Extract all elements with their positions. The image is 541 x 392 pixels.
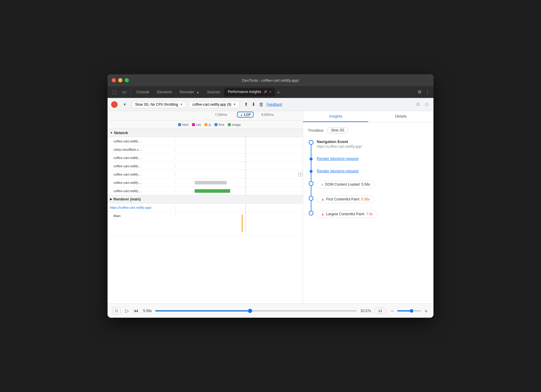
network-row-7[interactable]: coffee-cart.netlify… bbox=[108, 187, 303, 195]
main-row[interactable]: Main bbox=[108, 212, 303, 235]
tab-details[interactable]: Details bbox=[368, 111, 433, 122]
throttled-value: Slow 3G bbox=[327, 127, 348, 134]
renderer-section-header[interactable]: ▶ Renderer (main) bbox=[108, 195, 303, 203]
target-dropdown-arrow-icon: ▼ bbox=[233, 103, 236, 106]
lcp-label: LCP bbox=[244, 113, 251, 116]
network-row-6[interactable]: coffee-cart.netlify… bbox=[108, 179, 303, 187]
close-button[interactable] bbox=[112, 78, 116, 82]
zoom-slider-thumb[interactable] bbox=[410, 309, 413, 313]
network-section-header[interactable]: ▼ Network bbox=[108, 129, 303, 137]
screenshot-icon[interactable]: ⊡ bbox=[112, 307, 121, 314]
network-bar-area-2 bbox=[176, 145, 303, 153]
main-bar-area bbox=[176, 212, 303, 235]
timeline-ruler: 7,200ms 8,000ms ▲ LCP bbox=[108, 111, 303, 121]
ruler-mark-7200: 7,200ms bbox=[215, 113, 227, 116]
performance-close-icon[interactable]: ✕ bbox=[269, 90, 271, 94]
record-dropdown-arrow[interactable]: ▼ bbox=[121, 101, 129, 108]
timeline-vertical-line bbox=[311, 142, 311, 215]
maximize-button[interactable] bbox=[125, 78, 129, 82]
traffic-lights bbox=[112, 78, 129, 82]
insights-panel: Insights Details Throttled: Slow 3G bbox=[303, 111, 433, 303]
record-button[interactable] bbox=[111, 101, 118, 108]
fcp-event-dot bbox=[309, 196, 313, 201]
legend-js-label: js bbox=[209, 123, 211, 126]
target-dropdown[interactable]: coffee-cart.netlify.app (9) ▼ bbox=[189, 101, 239, 108]
dashed-line-4 bbox=[246, 162, 246, 170]
dashed-line-2 bbox=[246, 145, 246, 153]
network-row-3[interactable]: coffee-cart.netlify… bbox=[108, 154, 303, 162]
minimize-button[interactable] bbox=[118, 78, 122, 82]
dom-content-box: ○ DOM Content Loaded 5.56s bbox=[317, 181, 374, 188]
network-label-5: coffee-cart.netlify… bbox=[108, 173, 176, 176]
playback-fill bbox=[155, 310, 250, 311]
tab-performance[interactable]: Performance insights 📌 ✕ bbox=[224, 88, 275, 96]
legend-js: js bbox=[204, 123, 211, 126]
dom-event-dot bbox=[309, 181, 313, 186]
lcp-time: 7.6s bbox=[366, 212, 373, 216]
time-end: 10.57s bbox=[360, 309, 371, 313]
insights-content: Throttled: Slow 3G Navigation Event http… bbox=[303, 122, 433, 303]
legend-html: html bbox=[178, 123, 188, 126]
playback-thumb[interactable] bbox=[248, 309, 252, 313]
main-bar-yellow bbox=[242, 215, 243, 232]
tab-insights[interactable]: Insights bbox=[303, 111, 368, 122]
upload-icon[interactable]: ⬆ bbox=[244, 101, 249, 108]
network-row-2[interactable]: cdnjs.cloudflare.c… bbox=[108, 145, 303, 154]
render-blocking-link-2[interactable]: Render blocking request bbox=[317, 169, 358, 173]
window-title: DevTools - coffee-cart.netlify.app/ bbox=[242, 78, 299, 83]
skip-start-button[interactable]: ⏮ bbox=[132, 308, 140, 314]
event-render-blocking-1: Render blocking request bbox=[317, 156, 429, 161]
ruler-mark-8000: 8,000ms bbox=[261, 113, 274, 116]
tab-recorder[interactable]: Recorder ▲ bbox=[176, 88, 203, 96]
network-bar-area-1 bbox=[176, 137, 303, 145]
more-tabs-icon[interactable]: » bbox=[276, 89, 281, 96]
network-label-3: coffee-cart.netlify… bbox=[108, 156, 176, 160]
zoom-slider-track[interactable] bbox=[397, 310, 421, 311]
lcp-event-label: Largest Contentful Paint bbox=[326, 212, 364, 216]
event-dom-content: ○ DOM Content Loaded 5.56s bbox=[317, 181, 429, 188]
nav-event-title: Navigation Event bbox=[317, 139, 429, 144]
lcp-warning-icon: ▲ bbox=[321, 212, 324, 216]
trash-icon[interactable]: 🗑 bbox=[258, 101, 264, 108]
network-row-5[interactable]: coffee-cart.netlify… › bbox=[108, 170, 303, 179]
render-blocking-link-1[interactable]: Render blocking request bbox=[317, 156, 358, 161]
renderer-url: https://coffee-cart.netlify.app/ bbox=[108, 206, 176, 209]
tab-sources[interactable]: Sources bbox=[204, 88, 224, 96]
devtools-window: DevTools - coffee-cart.netlify.app/ ⬚ ▭ … bbox=[108, 74, 433, 318]
inspect-icon[interactable]: ⬚ bbox=[110, 88, 119, 96]
tab-bar: ⬚ ▭ Console Elements Recorder ▲ Sources … bbox=[108, 86, 433, 98]
device-icon[interactable]: ▭ bbox=[120, 88, 129, 96]
tab-console[interactable]: Console bbox=[133, 88, 153, 96]
fcp-warning-icon: ▲ bbox=[321, 197, 324, 201]
fcp-label: First Contentful Paint bbox=[326, 197, 359, 201]
renderer-bar-area bbox=[176, 203, 303, 211]
network-row-1[interactable]: coffee-cart.netlify… bbox=[108, 137, 303, 145]
zoom-out-icon[interactable]: － bbox=[390, 307, 395, 314]
dom-content-time: 5.56s bbox=[361, 182, 370, 187]
renderer-url-row[interactable]: https://coffee-cart.netlify.app/ bbox=[108, 203, 303, 212]
zoom-slider-fill bbox=[397, 310, 412, 311]
expand-chevron-icon[interactable]: › bbox=[298, 172, 303, 177]
playback-slider[interactable] bbox=[155, 310, 357, 311]
more-options-icon[interactable]: ⋮ bbox=[424, 88, 431, 96]
font-color-dot bbox=[215, 123, 217, 126]
network-bar-area-5: › bbox=[176, 170, 303, 178]
legend-image-label: image bbox=[232, 123, 241, 126]
speed-control[interactable]: x1 bbox=[374, 308, 386, 314]
network-label-2: cdnjs.cloudflare.c… bbox=[108, 148, 176, 151]
settings-icon[interactable]: ⚙ bbox=[416, 88, 423, 96]
download-icon[interactable]: ⬇ bbox=[251, 101, 256, 108]
network-throttle-dropdown[interactable]: Slow 3G, No CPU throttling ▼ bbox=[132, 101, 186, 108]
network-label-7: coffee-cart.netlify… bbox=[108, 189, 176, 193]
settings-gear-icon[interactable]: ⚙ bbox=[415, 100, 421, 108]
feedback-button[interactable]: Feedback bbox=[267, 102, 282, 107]
play-button[interactable]: ▷ bbox=[124, 307, 130, 314]
network-row-4[interactable]: coffee-cart.netlify… bbox=[108, 162, 303, 170]
image-color-dot bbox=[228, 123, 231, 126]
zoom-in-icon[interactable]: ＋ bbox=[423, 307, 429, 314]
close-panel-icon[interactable]: ⊙ bbox=[424, 100, 430, 108]
tab-elements[interactable]: Elements bbox=[153, 88, 175, 96]
dashed-line-3 bbox=[246, 154, 246, 162]
throttled-label: Throttled: bbox=[308, 128, 324, 133]
lcp-triangle-icon: ▲ bbox=[240, 113, 243, 116]
